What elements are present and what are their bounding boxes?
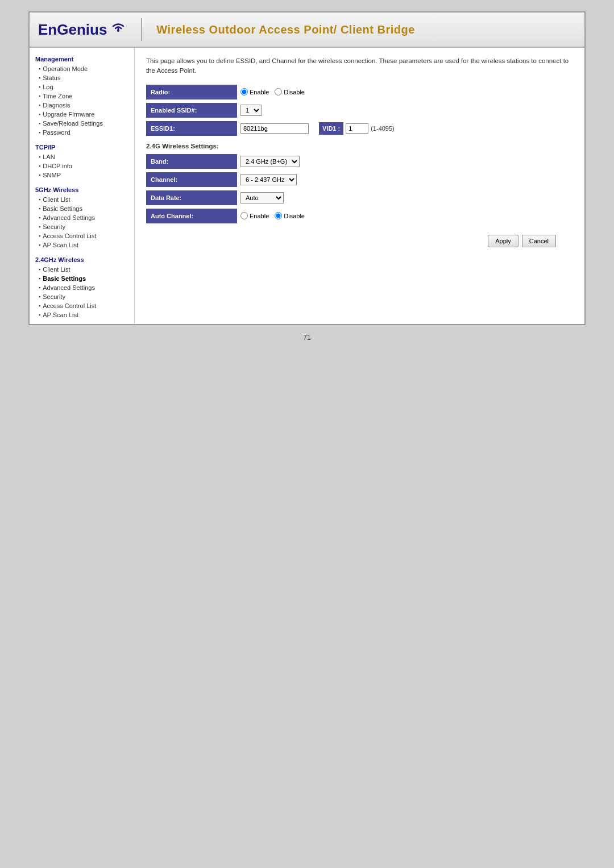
channel-row: Channel: 6 - 2.437 GHz 1 - 2.412 GHz 2 -… [146, 172, 573, 187]
auto-channel-disable[interactable] [275, 212, 282, 219]
sidebar-item-5g-basic-settings[interactable]: Basic Settings [30, 204, 134, 213]
sidebar-item-5g-advanced-settings[interactable]: Advanced Settings [30, 213, 134, 222]
sidebar-item-operation-mode[interactable]: Operation Mode [30, 64, 134, 73]
vid-range: (1-4095) [371, 125, 395, 132]
radio-label: Radio: [146, 85, 237, 99]
page-title: Wireless Outdoor Access Point/ Client Br… [156, 23, 415, 36]
radio-disable-label[interactable]: Disable [275, 88, 305, 95]
channel-select[interactable]: 6 - 2.437 GHz 1 - 2.412 GHz 2 - 2.417 GH… [240, 174, 297, 185]
sidebar-item-dhcp[interactable]: DHCP info [30, 161, 134, 171]
sidebar-item-5g-acl[interactable]: Access Control List [30, 231, 134, 240]
sidebar-item-5g-client-list[interactable]: Client List [30, 195, 134, 204]
radio-group: Enable Disable [240, 88, 305, 95]
section-2g-heading: 2.4G Wireless Settings: [146, 143, 573, 149]
vid-label: VID1 : [319, 122, 343, 135]
sidebar-item-log[interactable]: Log [30, 82, 134, 92]
wifi-icon [110, 20, 127, 36]
sidebar-section-management: Management [30, 52, 134, 64]
radio-row: Radio: Enable Disable [146, 85, 573, 99]
auto-channel-group: Enable Disable [240, 212, 305, 219]
sidebar-item-24g-basic-settings[interactable]: Basic Settings [30, 274, 134, 283]
essid1-input[interactable] [240, 123, 309, 134]
auto-channel-enable-label[interactable]: Enable [240, 212, 269, 219]
content-area: Management Operation Mode Status Log Tim… [30, 48, 584, 324]
channel-control: 6 - 2.437 GHz 1 - 2.412 GHz 2 - 2.417 GH… [237, 172, 573, 187]
data-rate-control: Auto 1 Mbps 2 Mbps 5.5 Mbps 11 Mbps [237, 190, 573, 205]
sidebar-item-24g-client-list[interactable]: Client List [30, 265, 134, 274]
radio-disable[interactable] [275, 88, 282, 95]
sidebar-section-tcpip: TCP/IP [30, 140, 134, 152]
auto-channel-enable[interactable] [240, 212, 248, 219]
band-label: Band: [146, 154, 237, 169]
button-area: Apply Cancel [146, 235, 573, 247]
cancel-button[interactable]: Cancel [522, 235, 556, 247]
sidebar-item-5g-ap-scan[interactable]: AP Scan List [30, 240, 134, 250]
sidebar-item-lan[interactable]: LAN [30, 152, 134, 161]
footer: 71 [28, 325, 586, 350]
enabled-ssid-select[interactable]: 1 2 3 4 [240, 105, 262, 116]
sidebar-item-diagnosis[interactable]: Diagnosis [30, 101, 134, 110]
sidebar-item-24g-acl[interactable]: Access Control List [30, 301, 134, 310]
band-select[interactable]: 2.4 GHz (B+G) 2.4 GHz (B) 2.4 GHz (G) 2.… [240, 156, 300, 167]
sidebar-section-5ghz: 5GHz Wireless [30, 183, 134, 195]
sidebar-item-24g-security[interactable]: Security [30, 292, 134, 301]
sidebar-item-status[interactable]: Status [30, 73, 134, 82]
auto-channel-control: Enable Disable [237, 209, 573, 223]
sidebar-item-24g-advanced-settings[interactable]: Advanced Settings [30, 283, 134, 292]
apply-button[interactable]: Apply [488, 235, 518, 247]
sidebar-item-timezone[interactable]: Time Zone [30, 92, 134, 101]
essid1-row: ESSID1: VID1 : (1-4095) [146, 121, 573, 136]
enabled-ssid-label: Enabled SSID#: [146, 103, 237, 118]
radio-enable-label[interactable]: Enable [240, 88, 269, 95]
page-number: 71 [303, 334, 310, 342]
essid1-label: ESSID1: [146, 121, 237, 136]
logo-text: EnGenius [38, 21, 107, 39]
sidebar-item-password[interactable]: Password [30, 128, 134, 137]
main-content: This page allows you to define ESSID, an… [135, 48, 584, 324]
sidebar-item-save-reload[interactable]: Save/Reload Settings [30, 119, 134, 128]
vid-area: VID1 : (1-4095) [319, 122, 395, 135]
auto-channel-label: Auto Channel: [146, 209, 237, 223]
sidebar-item-5g-security[interactable]: Security [30, 222, 134, 231]
radio-control: Enable Disable [237, 85, 573, 99]
data-rate-row: Data Rate: Auto 1 Mbps 2 Mbps 5.5 Mbps 1… [146, 190, 573, 205]
radio-enable[interactable] [240, 88, 248, 95]
auto-channel-disable-label[interactable]: Disable [275, 212, 305, 219]
band-row: Band: 2.4 GHz (B+G) 2.4 GHz (B) 2.4 GHz … [146, 154, 573, 169]
sidebar-item-upgrade-firmware[interactable]: Upgrade Firmware [30, 110, 134, 119]
channel-label: Channel: [146, 172, 237, 187]
svg-point-0 [117, 30, 119, 32]
data-rate-select[interactable]: Auto 1 Mbps 2 Mbps 5.5 Mbps 11 Mbps [240, 192, 284, 203]
header-divider [141, 18, 142, 41]
page-description: This page allows you to define ESSID, an… [146, 56, 573, 76]
enabled-ssid-control: 1 2 3 4 [237, 103, 573, 118]
sidebar: Management Operation Mode Status Log Tim… [30, 48, 135, 324]
sidebar-item-24g-ap-scan[interactable]: AP Scan List [30, 310, 134, 319]
vid-input[interactable] [346, 123, 368, 134]
header: EnGenius Wireless Outdoor Access Point/ … [30, 13, 584, 48]
band-control: 2.4 GHz (B+G) 2.4 GHz (B) 2.4 GHz (G) 2.… [237, 154, 573, 169]
essid1-control: VID1 : (1-4095) [237, 121, 573, 136]
data-rate-label: Data Rate: [146, 190, 237, 205]
auto-channel-row: Auto Channel: Enable Disable [146, 209, 573, 223]
sidebar-section-24ghz: 2.4GHz Wireless [30, 253, 134, 265]
sidebar-item-snmp[interactable]: SNMP [30, 171, 134, 180]
enabled-ssid-row: Enabled SSID#: 1 2 3 4 [146, 103, 573, 118]
logo-area: EnGenius [38, 21, 127, 39]
